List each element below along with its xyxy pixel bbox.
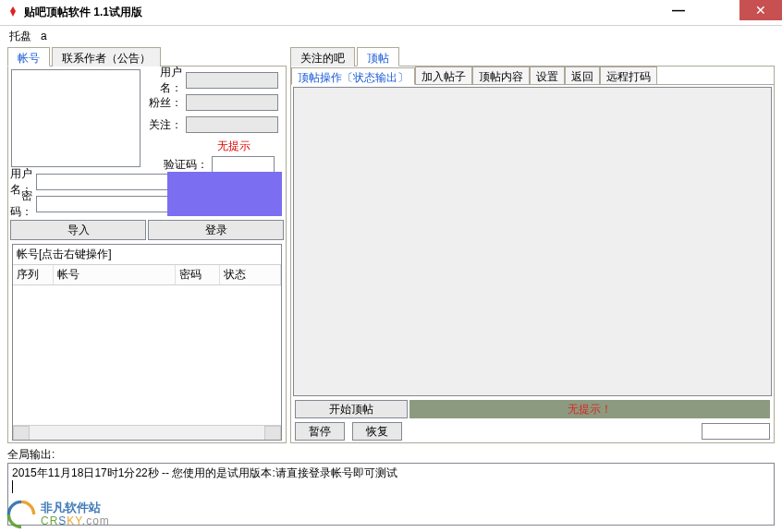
import-button[interactable]: 导入: [10, 220, 146, 240]
subtab-add-post[interactable]: 加入帖子: [415, 66, 472, 84]
tray-label[interactable]: 托盘: [9, 29, 31, 44]
display-fans: [186, 94, 278, 111]
tab-bump[interactable]: 顶帖: [357, 47, 399, 66]
col-status[interactable]: 状态: [220, 265, 281, 284]
subtab-remote-captcha[interactable]: 远程打码: [600, 66, 657, 84]
left-tabstrip: 帐号 联系作者（公告）: [7, 46, 287, 66]
start-bump-button[interactable]: 开始顶帖: [295, 400, 408, 418]
window-title: 贴吧顶帖软件 1.1试用版: [24, 5, 658, 20]
subtab-bump-ops[interactable]: 顶帖操作〔状态输出〕: [291, 67, 415, 85]
account-list: 帐号[点击右键操作] 序列 帐号 密码 状态: [12, 244, 282, 441]
right-tabstrip: 关注的吧 顶帖: [290, 46, 775, 66]
login-username-input[interactable]: [36, 174, 177, 190]
watermark-icon: [6, 499, 37, 530]
label-fans: 粉丝：: [145, 95, 186, 111]
pause-button[interactable]: 暂停: [295, 422, 345, 441]
subtab-back[interactable]: 返回: [565, 66, 600, 84]
watermark-en: CRSKY.com: [41, 515, 110, 527]
global-output-label: 全局输出:: [7, 447, 775, 463]
subtab-bump-content[interactable]: 顶帖内容: [472, 66, 530, 84]
label-username: 用户名：: [145, 65, 186, 96]
login-label-pass: 密码：: [10, 188, 36, 220]
minimize-button[interactable]: —: [658, 0, 699, 20]
tab-contact-author[interactable]: 联系作者（公告）: [52, 47, 161, 66]
resume-button[interactable]: 恢复: [352, 422, 402, 441]
col-password[interactable]: 密码: [176, 265, 220, 284]
global-output-line: 2015年11月18日17时1分22秒 -- 您使用的是试用版本:请直接登录帐号…: [12, 466, 770, 481]
login-button[interactable]: 登录: [148, 220, 284, 240]
tab-account[interactable]: 帐号: [7, 47, 50, 66]
account-list-body[interactable]: [13, 285, 281, 425]
maximize-button[interactable]: [699, 0, 739, 20]
status-output-area: [293, 87, 772, 396]
account-list-header: 帐号[点击右键操作]: [13, 245, 281, 264]
app-icon: [6, 6, 20, 20]
watermark-cn: 非凡软件站: [41, 502, 110, 514]
horizontal-scrollbar[interactable]: [13, 425, 281, 440]
avatar-box: [11, 69, 141, 167]
watermark: 非凡软件站 CRSKY.com: [6, 499, 110, 530]
label-follow: 关注：: [145, 117, 186, 133]
right-subtabstrip: 顶帖操作〔状态输出〕 加入帖子 顶帖内容 设置 返回 远程打码: [291, 66, 774, 85]
status-bar: 无提示！: [409, 400, 770, 418]
display-username: [186, 72, 278, 89]
global-output-box[interactable]: 2015年11月18日17时1分22秒 -- 您使用的是试用版本:请直接登录帐号…: [7, 463, 775, 526]
toolbar: 托盘 a: [0, 26, 782, 46]
account-list-columns: 序列 帐号 密码 状态: [13, 264, 281, 285]
title-bar: 贴吧顶帖软件 1.1试用版 — ✕: [0, 0, 782, 26]
col-seq[interactable]: 序列: [13, 265, 54, 284]
no-tip-text: 无提示: [184, 139, 284, 154]
login-password-input[interactable]: [36, 196, 177, 212]
toolbar-a[interactable]: a: [41, 30, 47, 42]
subtab-settings[interactable]: 设置: [530, 66, 565, 84]
close-button[interactable]: ✕: [739, 0, 782, 20]
col-account[interactable]: 帐号: [54, 265, 176, 284]
captcha-image-box[interactable]: [167, 172, 282, 216]
small-input[interactable]: [702, 423, 770, 440]
display-follow: [186, 116, 278, 133]
tab-followed-bars[interactable]: 关注的吧: [290, 47, 355, 66]
